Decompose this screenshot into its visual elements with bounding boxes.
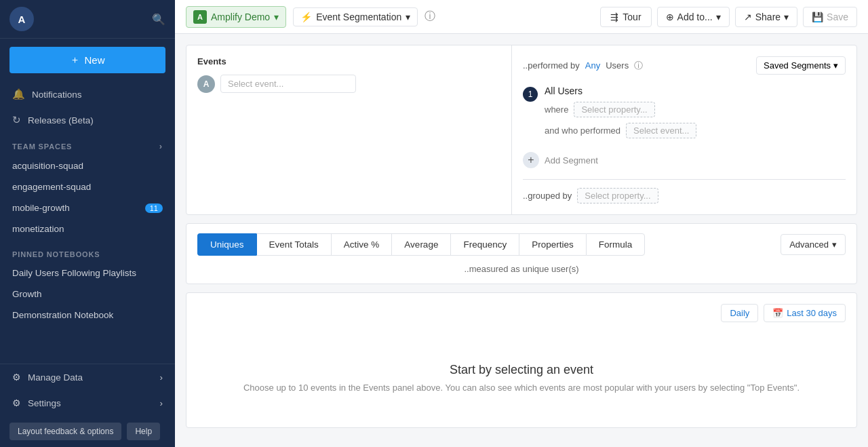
select-property-dropdown[interactable]: Select property...	[574, 102, 654, 117]
releases-icon: ↻	[12, 114, 21, 126]
chart-controls: Daily 📅 Last 30 days	[197, 304, 846, 322]
sidebar-footer: Layout feedback & options Help	[0, 416, 175, 447]
segment-row: 1 All Users where Select property... and…	[523, 85, 846, 144]
notebook-growth[interactable]: Growth	[0, 284, 175, 305]
performed-by-label: ..performed by	[523, 60, 580, 71]
and-who-label: and who performed	[545, 125, 620, 136]
tour-icon: ⇶	[610, 12, 618, 22]
tab-event-totals[interactable]: Event Totals	[256, 233, 331, 256]
share-chevron-icon: ▾	[784, 12, 789, 22]
events-label: Events	[197, 56, 500, 66]
add-segment-label: Add Segment	[545, 155, 598, 166]
tour-button[interactable]: ⇶ Tour	[600, 7, 651, 27]
sidebar-bottom: ⚙ Manage Data › ⚙ Settings › Layout feed…	[0, 364, 175, 447]
share-button[interactable]: ↗ Share ▾	[735, 7, 797, 27]
sidebar: A 🔍 ＋ New 🔔 Notifications ↻ Releases (Be…	[0, 0, 175, 447]
tab-formula[interactable]: Formula	[586, 233, 646, 256]
save-icon: 💾	[812, 12, 823, 22]
sidebar-item-engagement-squad[interactable]: engagement-squad	[0, 176, 175, 197]
chart-panel: Daily 📅 Last 30 days Start by selecting …	[186, 292, 857, 428]
event-segmentation-icon: ⚡	[300, 12, 312, 22]
grouped-property-dropdown[interactable]: Select property...	[577, 188, 658, 203]
settings-icon: ⚙	[12, 397, 21, 408]
segment-number: 1	[523, 87, 538, 102]
notebook-daily-users[interactable]: Daily Users Following Playlists	[0, 263, 175, 284]
bell-icon: 🔔	[12, 88, 25, 100]
help-button[interactable]: Help	[127, 423, 160, 440]
logo-circle[interactable]: A	[9, 7, 34, 31]
top-bar: A Amplify Demo ▾ ⚡ Event Segmentation ▾ …	[175, 0, 868, 34]
sidebar-item-releases[interactable]: ↻ Releases (Beta)	[0, 107, 175, 133]
tab-average[interactable]: Average	[391, 233, 450, 256]
chevron-right-manage-icon: ›	[160, 372, 163, 383]
chevron-right-icon: ›	[159, 141, 163, 151]
tab-uniques[interactable]: Uniques	[197, 233, 256, 256]
segment-details: All Users where Select property... and w…	[545, 85, 846, 144]
add-to-button[interactable]: ⊕ Add to... ▾	[657, 7, 730, 27]
chart-empty-description: Choose up to 10 events in the Events pan…	[197, 383, 846, 393]
sidebar-item-settings[interactable]: ⚙ Settings ›	[0, 390, 175, 416]
badge-mobile-growth: 11	[145, 203, 163, 213]
team-spaces-section[interactable]: TEAM SPACES ›	[0, 133, 175, 155]
sidebar-item-notifications[interactable]: 🔔 Notifications	[0, 81, 175, 107]
manage-data-icon: ⚙	[12, 372, 21, 383]
any-link[interactable]: Any	[585, 60, 600, 71]
saved-segments-button[interactable]: Saved Segments ▾	[756, 56, 846, 75]
last30-button[interactable]: 📅 Last 30 days	[764, 304, 846, 322]
project-icon: A	[193, 10, 207, 24]
chart-empty-title: Start by selecting an event	[197, 363, 846, 377]
search-button[interactable]: 🔍	[152, 13, 165, 26]
layout-feedback-button[interactable]: Layout feedback & options	[9, 423, 121, 440]
tab-active-pct[interactable]: Active %	[331, 233, 392, 256]
metrics-panel: Uniques Event Totals Active % Average Fr…	[186, 223, 857, 284]
event-chevron-icon: ▾	[406, 12, 410, 22]
tab-frequency[interactable]: Frequency	[450, 233, 519, 256]
event-letter-badge: A	[197, 75, 215, 93]
where-label: where	[545, 104, 568, 115]
content-area: Events A Select event... ..performed by …	[175, 34, 868, 447]
segment-title: All Users	[545, 85, 846, 96]
project-selector[interactable]: A Amplify Demo ▾	[186, 6, 286, 28]
advanced-chevron-icon: ▾	[832, 239, 837, 250]
users-info-button[interactable]: ⓘ	[634, 60, 643, 72]
notebook-demo[interactable]: Demonstration Notebook	[0, 305, 175, 326]
info-button[interactable]: ⓘ	[425, 9, 435, 24]
project-chevron-icon: ▾	[274, 12, 279, 22]
save-button[interactable]: 💾 Save	[803, 7, 857, 27]
event-select-dropdown[interactable]: Select event...	[220, 75, 356, 93]
pinned-notebooks-section: PINNED NOTEBOOKS	[0, 242, 175, 263]
add-segment-row: + Add Segment	[523, 152, 846, 168]
events-panel: Events A Select event... ..performed by …	[186, 45, 857, 215]
sidebar-item-monetization[interactable]: monetization	[0, 218, 175, 239]
logo-letter: A	[18, 14, 26, 25]
chart-empty-state: Start by selecting an event Choose up to…	[197, 349, 846, 398]
sidebar-item-mobile-growth[interactable]: mobile-growth 11	[0, 197, 175, 218]
and-who-performed-row: and who performed Select event...	[545, 123, 846, 138]
select-event-dropdown2[interactable]: Select event...	[626, 123, 696, 138]
calendar-icon: 📅	[772, 308, 783, 318]
metrics-tabs: Uniques Event Totals Active % Average Fr…	[197, 233, 645, 256]
plus-icon: ＋	[70, 54, 80, 66]
add-to-chevron-icon: ▾	[716, 12, 721, 22]
grouped-by-label: ..grouped by	[523, 191, 572, 201]
event-row: A Select event...	[197, 75, 500, 93]
sidebar-item-manage-data[interactable]: ⚙ Manage Data ›	[0, 364, 175, 390]
saved-segments-chevron-icon: ▾	[833, 60, 838, 71]
event-selector[interactable]: ⚡ Event Segmentation ▾	[293, 7, 418, 26]
events-right-panel: ..performed by Any Users ⓘ Saved Segment…	[512, 45, 856, 214]
sidebar-header: A 🔍	[0, 0, 175, 39]
top-bar-right: ⇶ Tour ⊕ Add to... ▾ ↗ Share ▾ 💾 Save	[600, 7, 857, 27]
tab-properties[interactable]: Properties	[519, 233, 586, 256]
advanced-button[interactable]: Advanced ▾	[781, 234, 846, 255]
daily-button[interactable]: Daily	[721, 304, 758, 322]
users-label: Users	[606, 60, 629, 71]
where-row: where Select property...	[545, 102, 846, 117]
add-segment-button[interactable]: +	[523, 152, 539, 168]
add-to-icon: ⊕	[666, 12, 674, 22]
new-button[interactable]: ＋ New	[9, 47, 165, 73]
grouped-by-row: ..grouped by Select property...	[523, 179, 846, 203]
sidebar-item-acquisition-squad[interactable]: acquisition-squad	[0, 155, 175, 176]
performed-by-row: ..performed by Any Users ⓘ Saved Segment…	[523, 56, 846, 75]
chevron-right-settings-icon: ›	[160, 398, 163, 408]
events-left-panel: Events A Select event...	[186, 45, 512, 214]
